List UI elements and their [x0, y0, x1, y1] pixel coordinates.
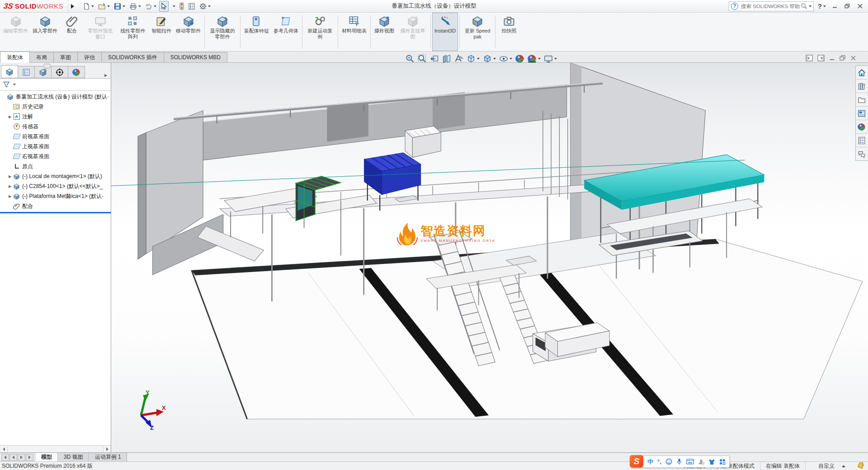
undo-button[interactable]: [144, 1, 158, 12]
ime-voice-button[interactable]: [676, 458, 682, 465]
ribbon-new-motion-study-button[interactable]: 新建运动算例: [304, 13, 336, 51]
ime-keyboard-button[interactable]: [686, 459, 694, 465]
tab-layout[interactable]: 布局: [29, 52, 54, 62]
open-button[interactable]: [97, 1, 111, 12]
zoom-fit-button[interactable]: [405, 54, 415, 64]
ribbon-show-hidden-components-button[interactable]: 显示隐藏的零部件: [206, 13, 239, 51]
collapse-right-pane-icon[interactable]: [817, 55, 825, 61]
tree-item-assembly-root[interactable]: 番薯加工流水线 (设备) 设计模型 (默认·: [0, 92, 111, 102]
dropdown-caret-icon[interactable]: [538, 58, 541, 60]
collapse-left-pane-icon[interactable]: [806, 55, 813, 61]
minimize-button[interactable]: [830, 3, 839, 10]
dropdown-caret-icon[interactable]: [493, 58, 496, 60]
dropdown-caret-icon[interactable]: [138, 5, 141, 7]
select-button[interactable]: [159, 1, 169, 12]
tree-item-component-local-de-montagem[interactable]: ▶(-) Local de montagem<1> (默认): [0, 171, 111, 181]
first-tab-button[interactable]: [1, 454, 9, 461]
ribbon-bill-of-materials-button[interactable]: 材料明细表: [340, 13, 369, 51]
tree-item-top-plane[interactable]: 上视基准面: [0, 141, 111, 151]
help-button[interactable]: ?: [817, 3, 826, 10]
panel-collapse-handle[interactable]: [43, 64, 51, 68]
tree-item-sensors[interactable]: 传感器: [0, 122, 111, 132]
tree-item-mates[interactable]: 配合: [0, 201, 111, 211]
file-properties-button[interactable]: [187, 1, 197, 12]
ribbon-smart-fasteners-button[interactable]: 智能扣件: [149, 13, 174, 51]
view-settings-button[interactable]: [543, 54, 557, 64]
dropdown-caret-icon[interactable]: [509, 58, 512, 60]
tab-solidworks-addins[interactable]: SOLIDWORKS 插件: [101, 52, 164, 62]
ime-toolbox-button[interactable]: [719, 459, 726, 465]
view-orientation-button[interactable]: [466, 54, 480, 64]
search-scope-caret-icon[interactable]: [809, 5, 811, 7]
tab-assembly[interactable]: 装配体: [0, 52, 30, 63]
tab-evaluate[interactable]: 评估: [77, 52, 102, 62]
apply-scene-button[interactable]: [527, 54, 541, 64]
doc-restore-icon[interactable]: [840, 55, 846, 61]
ribbon-exploded-view-button[interactable]: 爆炸视图: [372, 13, 396, 51]
tab-solidworks-mbd[interactable]: SOLIDWORKS MBD: [164, 52, 227, 62]
ribbon-instant3d-button[interactable]: Instant3D: [432, 13, 458, 51]
close-button[interactable]: [855, 3, 864, 10]
tab-3d-views[interactable]: 3D 视图: [58, 453, 89, 461]
appearances-button[interactable]: [856, 120, 868, 134]
tree-item-annotations[interactable]: ▶A注解: [0, 112, 111, 122]
tab-motion-study-1[interactable]: 运动算例 1: [89, 453, 127, 461]
ime-skin-button[interactable]: [708, 459, 715, 465]
ribbon-reference-geometry-button[interactable]: 参考几何体: [271, 13, 301, 51]
file-explorer-button[interactable]: [856, 93, 868, 107]
view-palette-button[interactable]: [856, 107, 868, 120]
search-input[interactable]: [740, 3, 801, 9]
restore-button[interactable]: [843, 3, 852, 10]
last-tab-button[interactable]: [26, 454, 33, 461]
edit-appearance-button[interactable]: [515, 54, 525, 64]
dropdown-caret-icon[interactable]: [107, 5, 110, 7]
ribbon-take-snapshot-button[interactable]: 拍快照: [497, 13, 521, 51]
ime-emoji-button[interactable]: [665, 458, 672, 465]
expand-arrow-icon[interactable]: ▶: [7, 174, 13, 179]
design-library-button[interactable]: [856, 80, 868, 93]
ribbon-assembly-features-button[interactable]: 装配体特征: [242, 13, 271, 51]
ribbon-move-component-button[interactable]: 移动零部件: [174, 13, 203, 51]
graphics-viewport[interactable]: 智造资料网 SMART MANUFACTURING DATA Y X Z: [111, 63, 868, 452]
expand-arrow-icon[interactable]: ▶: [7, 194, 13, 198]
print-button[interactable]: [128, 1, 142, 12]
tree-item-origin[interactable]: 原点: [0, 161, 111, 171]
tab-sketch[interactable]: 草图: [53, 52, 78, 62]
forum-button[interactable]: [856, 147, 868, 160]
zoom-area-button[interactable]: [417, 54, 427, 64]
custom-properties-button[interactable]: [856, 134, 868, 147]
ribbon-update-speedpak-button[interactable]: 更新 Speedpak: [461, 13, 494, 51]
ime-language-mode[interactable]: 中: [647, 458, 653, 466]
status-customize-button[interactable]: 自定义: [805, 462, 854, 470]
select-dropdown-button[interactable]: [170, 1, 177, 12]
fm-tabs-overflow-arrow[interactable]: ▸: [102, 72, 110, 78]
tab-model[interactable]: 模型: [35, 453, 58, 461]
view-annotations-button[interactable]: [454, 54, 464, 64]
search-icon[interactable]: [801, 3, 807, 9]
doc-close-icon[interactable]: [850, 55, 856, 61]
doc-minimize-icon[interactable]: [829, 55, 835, 61]
options-button[interactable]: [198, 1, 212, 12]
dimxpert-manager-tab[interactable]: [51, 66, 68, 78]
home-button[interactable]: [856, 66, 868, 80]
filter-funnel-icon[interactable]: [3, 81, 10, 88]
tree-item-right-plane[interactable]: 右视基准面: [0, 151, 111, 161]
featuremanager-design-tree-tab[interactable]: [1, 65, 18, 78]
display-style-button[interactable]: [482, 54, 496, 64]
feature-manager-splitter[interactable]: [0, 212, 111, 213]
section-view-button[interactable]: [442, 54, 452, 64]
hide-show-items-button[interactable]: [499, 54, 513, 64]
save-button[interactable]: [113, 1, 127, 12]
property-manager-tab[interactable]: [18, 66, 35, 78]
rebuild-button[interactable]: [178, 1, 185, 12]
ime-punctuation-toggle[interactable]: °,: [657, 458, 661, 465]
menu-flyout-icon[interactable]: [71, 4, 74, 9]
scroll-left-button[interactable]: [0, 446, 8, 452]
next-tab-button[interactable]: [18, 454, 25, 461]
tree-item-component-c2854-100[interactable]: ▶(-) C2854-100<1> (默认<<默认>_: [0, 181, 111, 191]
ime-account-button[interactable]: 7: [698, 459, 704, 465]
dropdown-caret-icon[interactable]: [91, 5, 94, 7]
ribbon-insert-component-button[interactable]: 插入零部件: [30, 13, 60, 51]
tree-item-component-plataforma-metalica[interactable]: ▶(-) Plataforma Met醔ica<1> (默认·: [0, 191, 111, 201]
sogou-logo-icon[interactable]: S: [630, 455, 643, 467]
